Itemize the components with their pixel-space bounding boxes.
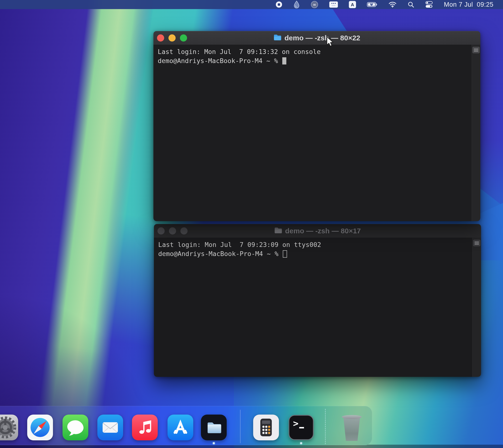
clock-date: Mon 7 Jul (444, 1, 473, 8)
dock-item-calculator[interactable] (253, 415, 279, 440)
dock-item-trash[interactable] (341, 415, 363, 441)
minimize-button[interactable] (169, 227, 176, 234)
svg-text:∞: ∞ (313, 2, 316, 7)
traffic-lights (153, 34, 187, 42)
window-titlebar[interactable]: demo — -zsh — 80×22 (153, 31, 480, 45)
folder-proxy-icon (274, 227, 282, 235)
screen-recording-icon[interactable] (275, 0, 283, 9)
prompt-text: demo@Andriys-MacBook-Pro-M4 ~ % (158, 249, 282, 258)
input-source-a-icon[interactable]: A (349, 0, 356, 9)
scrollbar-track[interactable] (472, 45, 480, 221)
window-title-text: demo — -zsh — 80×17 (285, 227, 361, 235)
terminal-window-unfocused: demo — -zsh — 80×17 Last login: Mon Jul … (154, 224, 481, 377)
trash-body (343, 417, 361, 441)
running-indicator-terminal (300, 442, 302, 444)
dock-item-terminal[interactable]: > (288, 415, 314, 440)
svg-text:A: A (351, 2, 354, 7)
window-title: demo — -zsh — 80×22 (273, 31, 360, 45)
wifi-icon[interactable] (389, 0, 397, 9)
minimize-button[interactable] (169, 34, 176, 42)
text-cursor-block (283, 250, 287, 258)
zoom-button[interactable] (180, 227, 188, 234)
dock-separator (240, 410, 240, 443)
adobe-creative-cloud-icon[interactable]: ∞ (311, 0, 318, 9)
menu-bar-clock[interactable]: Mon 7 Jul 09:25 (444, 1, 493, 8)
running-indicator-folder (213, 442, 215, 444)
terminal-line: Last login: Mon Jul 7 09:23:09 on ttys00… (158, 240, 477, 249)
screen-bottom-edge (0, 445, 503, 448)
traffic-lights (154, 227, 188, 234)
terminal-line: Last login: Mon Jul 7 09:13:32 on consol… (158, 47, 476, 56)
terminal-content[interactable]: Last login: Mon Jul 7 09:13:32 on consol… (153, 45, 480, 221)
mouse-cursor (326, 36, 336, 48)
scrollbar-track[interactable] (472, 238, 481, 377)
folder-proxy-icon (273, 34, 282, 42)
keyboard-icon[interactable] (329, 0, 338, 9)
dock-item-system-settings[interactable] (0, 415, 18, 440)
dock-item-safari[interactable] (27, 415, 53, 440)
terminal-prompt-line: demo@Andriys-MacBook-Pro-M4 ~ % (158, 249, 477, 258)
text-cursor-block (282, 57, 286, 65)
desktop: ∞ A Mon 7 Jul 09:25 (0, 0, 503, 448)
window-title-text: demo — -zsh — 80×22 (284, 34, 360, 42)
close-button[interactable] (157, 227, 165, 234)
terminal-window-focused: demo — -zsh — 80×22 Last login: Mon Jul … (153, 31, 480, 221)
prompt-text: demo@Andriys-MacBook-Pro-M4 ~ % (158, 56, 282, 66)
window-title: demo — -zsh — 80×17 (274, 224, 361, 238)
dock-item-mail[interactable] (97, 415, 123, 440)
dock-item-messages[interactable] (63, 415, 88, 440)
split-pane-button[interactable] (473, 240, 480, 246)
control-center-icon[interactable] (425, 0, 433, 9)
terminal-prompt-line: demo@Andriys-MacBook-Pro-M4 ~ % (158, 56, 476, 66)
svg-text:>: > (293, 418, 299, 429)
menu-bar: ∞ A Mon 7 Jul 09:25 (0, 0, 503, 9)
battery-charging-icon[interactable] (367, 0, 377, 9)
spotlight-search-icon[interactable] (408, 0, 414, 9)
terminal-output: Last login: Mon Jul 7 09:13:32 on consol… (153, 45, 480, 68)
window-titlebar[interactable]: demo — -zsh — 80×17 (154, 224, 481, 238)
dock-item-music[interactable] (132, 415, 158, 440)
dock-item-app-store[interactable] (168, 415, 193, 440)
split-pane-button[interactable] (472, 47, 480, 53)
clock-time: 09:25 (477, 1, 493, 8)
close-button[interactable] (157, 34, 164, 42)
terminal-content[interactable]: Last login: Mon Jul 7 09:23:09 on ttys00… (154, 238, 481, 377)
terminal-output: Last login: Mon Jul 7 09:23:09 on ttys00… (154, 238, 481, 261)
dock-item-folder[interactable] (201, 415, 227, 440)
dock-separator-dashed (325, 409, 326, 444)
zoom-button[interactable] (180, 34, 187, 42)
water-drop-icon[interactable] (294, 0, 300, 9)
trash-rim (342, 415, 362, 419)
